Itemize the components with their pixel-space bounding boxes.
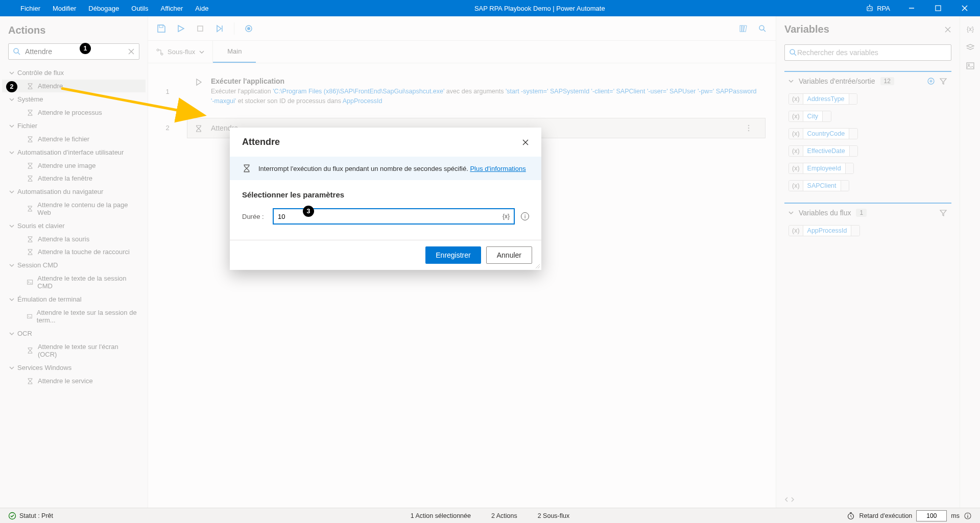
info-icon[interactable]: i (521, 212, 529, 220)
save-button[interactable]: Enregistrer (425, 246, 481, 264)
svg-point-51 (967, 513, 968, 514)
svg-rect-0 (867, 7, 872, 11)
rpa-badge[interactable]: RPA (866, 4, 895, 12)
clock-icon (847, 512, 855, 520)
delay-label: Retard d'exécution (859, 512, 912, 519)
window-close[interactable] (954, 0, 975, 16)
actions-count: 2 Actions (491, 512, 517, 519)
svg-point-1 (868, 8, 869, 9)
menu-tools[interactable]: Outils (126, 2, 153, 15)
menu-help[interactable]: Aide (190, 2, 213, 15)
delay-input[interactable] (916, 510, 947, 521)
callout-badge-3: 3 (303, 206, 314, 217)
callout-badge-1: 1 (80, 43, 91, 54)
params-heading: Sélectionner les paramètres (242, 190, 529, 199)
svg-point-2 (870, 8, 871, 9)
dialog-title: Attendre (242, 137, 280, 147)
svg-point-4 (869, 5, 870, 6)
menu-edit[interactable]: Modifier (47, 2, 81, 15)
variable-picker-icon[interactable]: {x} (503, 213, 510, 220)
status-bar: Statut : Prêt 1 Action sélectionnée 2 Ac… (0, 508, 980, 523)
menu-debug[interactable]: Débogage (83, 2, 124, 15)
close-icon[interactable] (522, 139, 529, 146)
menu-view[interactable]: Afficher (156, 2, 188, 15)
selected-actions-count: 1 Action sélectionnée (411, 512, 471, 519)
window-maximize[interactable] (928, 0, 948, 16)
wait-action-dialog: Attendre Interrompt l'exécution du flux … (230, 128, 541, 270)
more-info-link[interactable]: Plus d'informations (470, 165, 525, 172)
hourglass-icon (242, 164, 251, 173)
svg-line-42 (536, 264, 540, 268)
delay-unit: ms (951, 512, 960, 519)
check-icon (8, 512, 16, 520)
dialog-info-text: Interrompt l'exécution du flux pendant u… (258, 165, 470, 172)
subflows-count: 2 Sous-flux (538, 512, 570, 519)
menu-file[interactable]: Fichier (15, 2, 45, 15)
svg-line-43 (538, 266, 540, 268)
svg-rect-6 (936, 6, 941, 11)
callout-badge-2: 2 (6, 81, 17, 92)
window-titlebar: Fichier Modifier Débogage Outils Affiche… (0, 0, 980, 16)
info-icon[interactable] (964, 512, 972, 520)
robot-icon (866, 4, 874, 12)
svg-line-48 (851, 516, 852, 517)
window-title: SAP RPA Playbook Demo | Power Automate (213, 5, 866, 12)
rpa-label: RPA (877, 5, 890, 12)
cancel-button[interactable]: Annuler (486, 246, 532, 264)
dialog-info-banner: Interrompt l'exécution du flux pendant u… (230, 157, 541, 180)
status-ready: Statut : Prêt (8, 512, 53, 520)
window-minimize[interactable] (901, 0, 922, 16)
menu-bar: Fichier Modifier Débogage Outils Affiche… (0, 2, 213, 15)
resize-grip-icon[interactable] (534, 263, 540, 269)
duration-label: Durée : (242, 213, 267, 220)
